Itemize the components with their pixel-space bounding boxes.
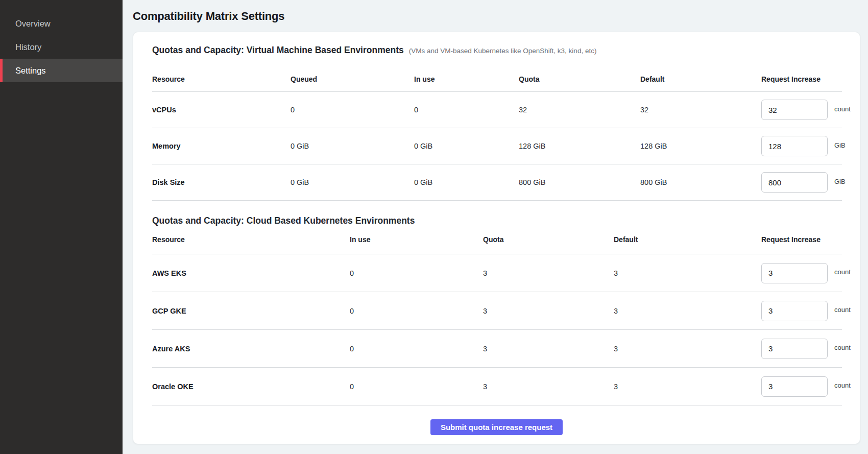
- cell-quota: 3: [483, 307, 614, 315]
- cell-queued: 0 GiB: [291, 142, 414, 150]
- vm-section-subtitle: (VMs and VM-based Kubernetes like OpenSh…: [409, 45, 597, 57]
- cell-queued: 0: [291, 106, 414, 114]
- column-header: Default: [640, 75, 761, 83]
- cell-in-use: 0 GiB: [414, 178, 519, 186]
- sidebar-nav: Overview History Settings: [0, 0, 123, 82]
- cell-default: 3: [614, 383, 761, 391]
- cell-quota: 800 GiB: [519, 178, 640, 186]
- unit-label: count: [834, 344, 851, 351]
- vm-quota-table: ResourceQueuedIn useQuotaDefaultRequest …: [152, 63, 842, 201]
- page-title: Compatibility Matrix Settings: [133, 9, 868, 23]
- column-header: Request Increase: [761, 235, 842, 244]
- unit-label: count: [834, 306, 851, 314]
- resource-name: Disk Size: [152, 178, 291, 186]
- request-increase-input[interactable]: [761, 136, 828, 156]
- resource-name: AWS EKS: [152, 269, 350, 277]
- table-row: Azure AKS033count: [152, 330, 842, 368]
- submit-row: Submit quota increase request: [152, 405, 841, 446]
- request-increase-input[interactable]: [761, 263, 828, 283]
- cell-default: 3: [614, 269, 761, 277]
- resource-name: Memory: [152, 142, 291, 150]
- column-header: Resource: [152, 75, 291, 83]
- cell-default: 3: [614, 307, 761, 315]
- request-increase-input[interactable]: [761, 376, 828, 397]
- cloud-quota-table: ResourceIn useQuotaDefaultRequest Increa…: [152, 226, 842, 405]
- request-increase-cell: count: [761, 263, 851, 283]
- column-header: Quota: [519, 75, 640, 83]
- request-increase-cell: GiB: [761, 136, 846, 156]
- column-header: In use: [414, 75, 519, 83]
- cell-in-use: 0: [414, 106, 519, 114]
- request-increase-input[interactable]: [761, 301, 828, 321]
- table-row: GCP GKE033count: [152, 292, 842, 330]
- cell-default: 800 GiB: [640, 178, 761, 186]
- cell-default: 128 GiB: [640, 142, 761, 150]
- request-increase-cell: count: [761, 100, 851, 120]
- sidebar-item-history[interactable]: History: [0, 35, 123, 59]
- resource-name: Azure AKS: [152, 345, 350, 353]
- table-row: Disk Size0 GiB0 GiB800 GiB800 GiBGiB: [152, 164, 842, 201]
- resource-name: vCPUs: [152, 106, 291, 114]
- cell-quota: 3: [483, 383, 614, 391]
- cell-default: 32: [640, 106, 761, 114]
- vm-section-heading: Quotas and Capacity: Virtual Machine Bas…: [152, 44, 841, 56]
- cell-in-use: 0: [350, 269, 483, 277]
- cell-in-use: 0: [350, 307, 483, 315]
- table-row: vCPUs003232count: [152, 92, 842, 128]
- table-row: Oracle OKE033count: [152, 368, 842, 405]
- cell-quota: 3: [483, 345, 614, 353]
- request-increase-input[interactable]: [761, 172, 828, 193]
- cell-quota: 3: [483, 269, 614, 277]
- cloud-section-heading: Quotas and Capacity: Cloud Based Kuberne…: [152, 215, 841, 226]
- resource-name: GCP GKE: [152, 307, 350, 315]
- resource-name: Oracle OKE: [152, 383, 350, 391]
- unit-label: GiB: [834, 141, 846, 149]
- unit-label: count: [834, 105, 851, 113]
- column-header: In use: [350, 235, 483, 244]
- cell-queued: 0 GiB: [291, 178, 414, 186]
- unit-label: count: [834, 381, 851, 389]
- sidebar-item-settings[interactable]: Settings: [0, 59, 123, 82]
- column-header: Resource: [152, 235, 350, 244]
- table-header-row: ResourceQueuedIn useQuotaDefaultRequest …: [152, 63, 842, 92]
- sidebar: Overview History Settings: [0, 0, 123, 454]
- cell-quota: 128 GiB: [519, 142, 640, 150]
- cloud-section-title: Quotas and Capacity: Cloud Based Kuberne…: [152, 215, 415, 226]
- table-header-row: ResourceIn useQuotaDefaultRequest Increa…: [152, 226, 842, 254]
- submit-quota-button[interactable]: Submit quota increase request: [430, 419, 563, 435]
- quota-settings-card: Quotas and Capacity: Virtual Machine Bas…: [133, 32, 860, 444]
- request-increase-input[interactable]: [761, 100, 828, 120]
- cell-in-use: 0 GiB: [414, 142, 519, 150]
- table-row: AWS EKS033count: [152, 254, 842, 292]
- column-header: Queued: [291, 75, 414, 83]
- vm-section-title: Quotas and Capacity: Virtual Machine Bas…: [152, 44, 404, 56]
- app-root: Overview History Settings Compatibility …: [0, 0, 868, 454]
- unit-label: count: [834, 268, 851, 276]
- cell-quota: 32: [519, 106, 640, 114]
- cell-in-use: 0: [350, 383, 483, 391]
- request-increase-input[interactable]: [761, 339, 828, 359]
- main-content: Compatibility Matrix Settings Quotas and…: [123, 0, 868, 454]
- request-increase-cell: count: [761, 301, 851, 321]
- table-row: Memory0 GiB0 GiB128 GiB128 GiBGiB: [152, 128, 842, 164]
- request-increase-cell: count: [761, 339, 851, 359]
- column-header: Quota: [483, 235, 614, 244]
- sidebar-item-overview[interactable]: Overview: [0, 12, 123, 35]
- column-header: Default: [614, 235, 761, 244]
- request-increase-cell: GiB: [761, 172, 846, 193]
- cell-in-use: 0: [350, 345, 483, 353]
- cell-default: 3: [614, 345, 761, 353]
- request-increase-cell: count: [761, 376, 851, 397]
- unit-label: GiB: [834, 178, 846, 185]
- column-header: Request Increase: [761, 75, 842, 83]
